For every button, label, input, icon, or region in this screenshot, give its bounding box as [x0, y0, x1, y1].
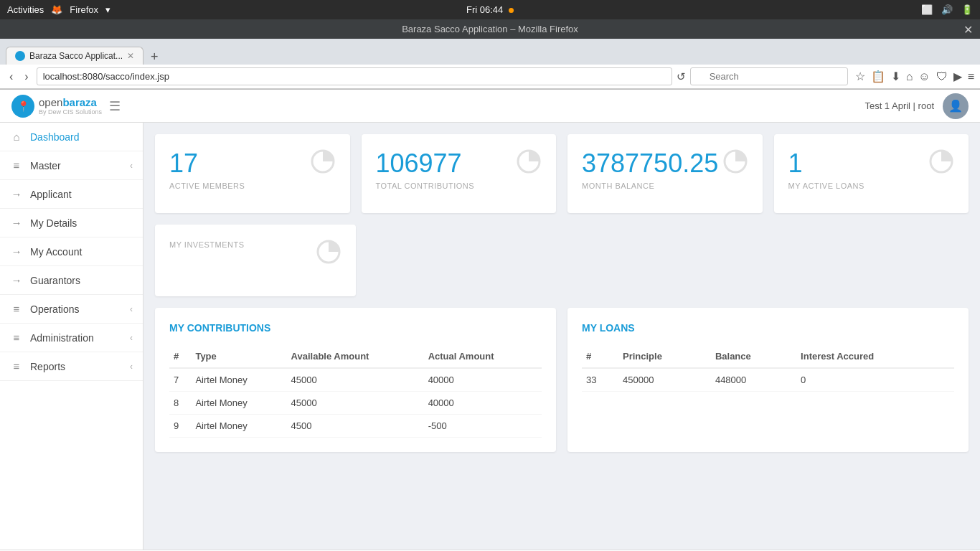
new-tab-button[interactable]: + — [148, 50, 161, 65]
battery-icon[interactable]: 🔋 — [961, 4, 973, 15]
activities-label[interactable]: Activities — [7, 4, 44, 15]
logo-icon: 📍 — [11, 95, 34, 118]
loan-col-num: # — [582, 345, 618, 368]
sidebar-label-master: Master — [30, 160, 61, 171]
tab-bar: Baraza Sacco Applicat... ✕ + — [0, 39, 980, 65]
hamburger-menu[interactable]: ☰ — [109, 98, 121, 114]
reader-icon[interactable]: 📋 — [871, 70, 885, 83]
investments-card: MY INVESTMENTS — [155, 225, 356, 296]
browser-title: Baraza Sacco Application – Mozilla Firef… — [402, 24, 578, 34]
sidebar-item-applicant[interactable]: → Applicant — [0, 180, 143, 209]
smiley-icon[interactable]: ☺ — [918, 70, 930, 83]
stat-card-active-members: 17 ACTIVE MEMBERS — [155, 134, 350, 213]
col-available: Available Amount — [287, 345, 424, 368]
tables-row: MY CONTRIBUTIONS # Type Available Amount… — [155, 308, 969, 452]
loan-col-balance: Balance — [711, 345, 796, 368]
app-header: 📍 openbaraza By Dew CIS Solutions ☰ Test… — [0, 90, 980, 123]
stats-row: 17 ACTIVE MEMBERS 106977 TOTAL CONTRIBUT… — [155, 134, 969, 213]
sidebar-item-guarantors[interactable]: → Guarantors — [0, 266, 143, 295]
sound-icon[interactable]: 🔊 — [941, 4, 953, 15]
network-indicator — [509, 8, 514, 13]
os-bar: Activities 🦊 Firefox ▾ Fri 06:44 ⬜ 🔊 🔋 — [0, 0, 980, 19]
active-members-chart-icon — [310, 149, 336, 174]
browser-tab[interactable]: Baraza Sacco Applicat... ✕ — [6, 47, 143, 65]
loan-row-num: 33 — [582, 368, 618, 392]
investments-row: MY INVESTMENTS — [155, 225, 969, 296]
url-input[interactable] — [37, 67, 672, 85]
back-button[interactable]: ‹ — [6, 69, 17, 85]
bookmark-icon[interactable]: ☆ — [855, 70, 865, 83]
browser-label[interactable]: Firefox — [70, 4, 98, 15]
sidebar-item-my-account[interactable]: → My Account — [0, 237, 143, 266]
sidebar-item-dashboard[interactable]: ⌂ Dashboard — [0, 123, 143, 151]
row-actual: 40000 — [424, 368, 542, 392]
address-bar: ‹ › ↺ 🔍 ☆ 📋 ⬇ ⌂ ☺ 🛡 ▶ ≡ — [0, 65, 980, 89]
browser-toolbar: ☆ 📋 ⬇ ⌂ ☺ 🛡 ▶ ≡ — [855, 70, 974, 83]
row-type: Airtel Money — [191, 392, 286, 415]
row-actual: 40000 — [424, 392, 542, 415]
stat-label-month-balance: MONTH BALANCE — [582, 182, 718, 190]
stat-value-active-members: 17 — [169, 149, 245, 179]
table-row: 9 Airtel Money 4500 -500 — [169, 415, 542, 438]
month-balance-chart-icon — [722, 149, 748, 174]
reports-arrow-icon: ‹ — [130, 362, 133, 372]
table-row: 33 450000 448000 0 — [582, 368, 954, 392]
sidebar-item-master[interactable]: ≡ Master ‹ — [0, 151, 143, 180]
loan-col-interest: Interest Accured — [796, 345, 954, 368]
app-header-right: Test 1 April | root 👤 — [864, 93, 969, 119]
master-icon: ≡ — [10, 159, 23, 171]
sidebar-label-operations: Operations — [30, 303, 79, 315]
home-icon[interactable]: ⌂ — [906, 70, 913, 83]
administration-arrow-icon: ‹ — [130, 333, 133, 343]
sidebar-label-dashboard: Dashboard — [30, 131, 80, 143]
menu-icon[interactable]: ≡ — [968, 70, 974, 83]
table-row: 7 Airtel Money 45000 40000 — [169, 368, 542, 392]
logo-bold: baraza — [62, 96, 97, 108]
window-icon[interactable]: ⬜ — [921, 4, 933, 15]
operations-icon: ≡ — [10, 303, 23, 315]
sidebar: ⌂ Dashboard ≡ Master ‹ → Applicant → My … — [0, 123, 143, 550]
close-browser-button[interactable]: ✕ — [963, 22, 973, 36]
browser-dropdown-icon[interactable]: ▾ — [105, 4, 110, 15]
firefox-icon: 🦊 — [51, 4, 62, 15]
loans-table: # Principle Balance Interest Accured 33 … — [582, 345, 954, 392]
sidebar-item-operations[interactable]: ≡ Operations ‹ — [0, 295, 143, 324]
active-loans-chart-icon — [928, 149, 954, 174]
contributions-table: # Type Available Amount Actual Amount 7 … — [169, 345, 542, 438]
tab-close-button[interactable]: ✕ — [127, 51, 134, 61]
row-available: 45000 — [287, 392, 424, 415]
sidebar-item-reports[interactable]: ≡ Reports ‹ — [0, 352, 143, 381]
logo-area: 📍 openbaraza By Dew CIS Solutions — [11, 95, 102, 118]
forward-button[interactable]: › — [21, 69, 32, 85]
loan-row-interest: 0 — [796, 368, 954, 392]
stat-card-active-loans: 1 MY ACTIVE LOANS — [774, 134, 969, 213]
pocket-icon[interactable]: ⬇ — [891, 70, 900, 83]
sidebar-label-guarantors: Guarantors — [30, 275, 80, 286]
sidebar-item-administration[interactable]: ≡ Administration ‹ — [0, 324, 143, 352]
user-avatar[interactable]: 👤 — [943, 93, 969, 119]
master-arrow-icon: ‹ — [130, 161, 133, 171]
administration-icon: ≡ — [10, 331, 23, 344]
stat-card-total-contributions: 106977 TOTAL CONTRIBUTIONS — [362, 134, 557, 213]
main-content: 17 ACTIVE MEMBERS 106977 TOTAL CONTRIBUT… — [143, 123, 980, 550]
user-info-text: Test 1 April | root — [864, 100, 934, 111]
browser-search-input[interactable] — [690, 67, 848, 85]
my-details-icon: → — [10, 217, 23, 229]
sidebar-item-my-details[interactable]: → My Details — [0, 209, 143, 237]
os-clock: Fri 06:44 — [466, 4, 503, 15]
stat-label-active-members: ACTIVE MEMBERS — [169, 182, 245, 190]
col-type: Type — [191, 345, 286, 368]
loans-card: MY LOANS # Principle Balance Interest Ac… — [567, 308, 969, 452]
dashboard-icon: ⌂ — [10, 131, 23, 143]
shield-icon[interactable]: 🛡 — [936, 70, 948, 83]
loan-row-balance: 448000 — [711, 368, 796, 392]
youtube-icon[interactable]: ▶ — [953, 70, 962, 83]
sidebar-label-my-account: My Account — [30, 246, 82, 258]
contributions-card: MY CONTRIBUTIONS # Type Available Amount… — [155, 308, 556, 452]
reload-button[interactable]: ↺ — [677, 70, 686, 83]
stat-card-month-balance: 3787750.25 MONTH BALANCE — [567, 134, 763, 213]
tab-favicon — [15, 51, 25, 61]
table-row: 8 Airtel Money 45000 40000 — [169, 392, 542, 415]
loan-row-principle: 450000 — [618, 368, 711, 392]
tab-label: Baraza Sacco Applicat... — [29, 51, 123, 61]
